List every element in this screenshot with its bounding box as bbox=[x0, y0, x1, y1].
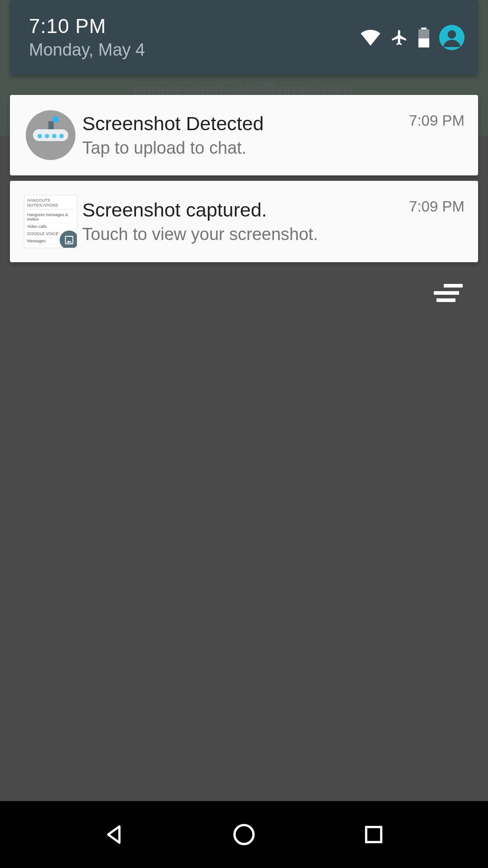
battery-icon bbox=[418, 28, 429, 47]
recent-apps-button[interactable] bbox=[357, 818, 390, 851]
datetime-block: 7:10 PM Monday, May 4 bbox=[29, 15, 145, 60]
back-button[interactable] bbox=[98, 818, 131, 851]
notification-title: Screenshot captured. bbox=[82, 199, 409, 221]
svg-point-6 bbox=[235, 825, 253, 844]
notification-time: 7:09 PM bbox=[409, 112, 465, 129]
wifi-icon bbox=[361, 29, 380, 46]
header-time: 7:10 PM bbox=[29, 15, 145, 38]
thumb-row: Video calls bbox=[27, 224, 47, 229]
image-icon bbox=[60, 231, 77, 248]
screenshot-thumbnail: HANGOUTS NOTIFICATIONS Hangouts messages… bbox=[24, 195, 77, 248]
submarine-app-icon bbox=[26, 110, 75, 160]
notification-app-icon-wrap bbox=[19, 110, 82, 160]
header-status-icons bbox=[361, 25, 465, 50]
clear-all-button[interactable] bbox=[432, 284, 463, 304]
notification-title: Screenshot Detected bbox=[82, 113, 409, 135]
svg-point-4 bbox=[448, 30, 456, 38]
notification-subtitle: Touch to view your screenshot. bbox=[82, 225, 409, 244]
svg-rect-2 bbox=[418, 38, 429, 47]
navigation-bar bbox=[0, 801, 488, 868]
thumb-row: GOOGLE VOICE bbox=[27, 231, 59, 236]
svg-rect-0 bbox=[421, 28, 427, 29]
notification-screenshot-captured[interactable]: HANGOUTS NOTIFICATIONS Hangouts messages… bbox=[10, 181, 478, 262]
thumb-row: Messages bbox=[27, 239, 46, 243]
svg-rect-5 bbox=[66, 236, 73, 244]
notification-subtitle: Tap to upload to chat. bbox=[82, 138, 409, 158]
home-button[interactable] bbox=[228, 818, 260, 851]
notification-time: 7:09 PM bbox=[409, 198, 465, 215]
svg-rect-7 bbox=[366, 827, 381, 842]
notification-screenshot-detected[interactable]: Screenshot Detected Tap to upload to cha… bbox=[10, 95, 478, 175]
thumb-heading: HANGOUTS NOTIFICATIONS bbox=[27, 198, 74, 210]
airplane-icon bbox=[390, 28, 408, 47]
thumb-row: Hangouts messages & invites bbox=[27, 212, 68, 222]
header-date: Monday, May 4 bbox=[29, 40, 145, 60]
notification-shade-header[interactable]: 7:10 PM Monday, May 4 bbox=[10, 0, 478, 75]
notification-thumbnail-wrap: HANGOUTS NOTIFICATIONS Hangouts messages… bbox=[19, 195, 82, 248]
profile-icon[interactable] bbox=[439, 25, 465, 50]
